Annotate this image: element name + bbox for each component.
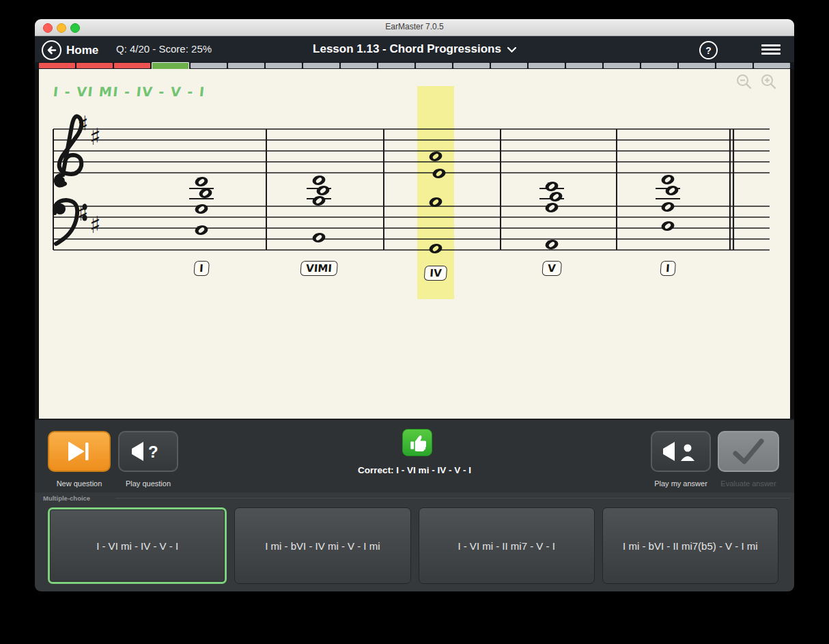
svg-text:♯: ♯	[89, 123, 100, 150]
whole-note	[194, 176, 208, 188]
play-question-label: Play question	[100, 479, 196, 488]
progression-annotation: I - VI MI - IV - V - I	[53, 84, 206, 99]
whole-note	[315, 185, 330, 197]
progress-segment-todo	[641, 63, 677, 68]
speaker-person-icon	[663, 442, 699, 461]
choice-button[interactable]: I - VI mi - II mi7 - V - I	[419, 507, 595, 584]
chord-degree-label: IV	[424, 266, 448, 281]
hamburger-icon	[761, 48, 781, 51]
control-bar: ? New question Play question Correct: I …	[35, 419, 794, 492]
progress-segment-todo	[491, 63, 527, 68]
whole-note	[544, 202, 559, 214]
chevron-down-icon[interactable]	[507, 43, 516, 55]
speaker-question-icon: ?	[132, 442, 165, 461]
multiple-choice-panel: Multiple-choice I - VI mi - IV - V - II …	[35, 492, 794, 591]
skip-forward-icon	[67, 442, 92, 461]
checkmark-icon	[731, 438, 765, 464]
whole-note	[660, 201, 675, 213]
zoom-in-button[interactable]	[760, 73, 778, 91]
question-icon: ?	[705, 45, 712, 56]
app-window: EarMaster 7.0.5 Home Q: 4/20 - Score: 25…	[35, 19, 794, 591]
whole-note	[660, 221, 675, 232]
progress-bar	[35, 62, 794, 69]
progress-segment-todo	[453, 63, 490, 68]
progress-segment-wrong	[114, 63, 150, 68]
choice-button[interactable]: I - VI mi - IV - V - I	[48, 507, 227, 584]
evaluate-answer-label: Evaluate answer	[701, 479, 794, 488]
menu-button[interactable]	[761, 44, 781, 55]
key-signature: ♯ ♯ ♯ ♯	[77, 111, 100, 238]
svg-text:♯: ♯	[89, 211, 100, 238]
evaluate-answer-button[interactable]	[718, 431, 779, 472]
staff-notation: ♯ ♯ ♯ ♯	[39, 69, 790, 419]
progress-segment-current	[152, 62, 189, 70]
svg-text:♯: ♯	[77, 111, 88, 138]
whole-note	[311, 195, 326, 207]
chord-degree-label: VIMI	[300, 261, 337, 276]
whole-note	[198, 188, 212, 199]
hamburger-icon	[761, 53, 781, 55]
thumbs-up-icon	[402, 429, 432, 456]
progress-segment-todo	[228, 63, 264, 68]
whole-note	[311, 175, 326, 186]
choice-button[interactable]: I mi - bVI - II mi7(b5) - V - I mi	[602, 507, 778, 584]
progress-segment-todo	[416, 63, 452, 68]
progress-segment-todo	[378, 63, 414, 68]
help-button[interactable]: ?	[699, 41, 718, 59]
chord-degree-label: V	[542, 261, 561, 276]
progress-segment-todo	[191, 63, 227, 68]
hamburger-icon	[761, 44, 781, 46]
whole-note	[544, 181, 559, 193]
progress-segment-todo	[529, 63, 565, 68]
progress-segment-todo	[754, 63, 790, 68]
progress-segment-todo	[679, 63, 715, 68]
svg-text:♯: ♯	[77, 199, 88, 226]
progress-segment-todo	[716, 63, 753, 68]
window-title: EarMaster 7.0.5	[35, 22, 794, 31]
whole-note	[311, 232, 326, 244]
whole-note	[548, 191, 563, 203]
zoom-out-button[interactable]	[735, 73, 753, 91]
whole-note	[664, 185, 679, 197]
progress-segment-todo	[566, 63, 602, 68]
progress-segment-todo	[604, 63, 640, 68]
progress-segment-wrong	[76, 63, 113, 68]
chord-degree-label: I	[193, 261, 209, 276]
header: Home Q: 4/20 - Score: 25% Lesson 1.13 - …	[35, 36, 794, 62]
progress-segment-todo	[303, 63, 339, 68]
multiple-choice-group-label: Multiple-choice	[43, 494, 90, 502]
whole-note	[194, 225, 208, 236]
progress-segment-todo	[341, 63, 377, 68]
lesson-title[interactable]: Lesson 1.13 - Chord Progressions	[313, 42, 501, 56]
choice-button[interactable]: I mi - bVI - IV mi - V - I mi	[234, 507, 410, 584]
whole-note	[660, 174, 675, 186]
whole-note	[544, 239, 559, 251]
progress-segment-wrong	[39, 63, 75, 68]
groupbox-divider	[115, 498, 790, 499]
whole-note	[194, 204, 208, 215]
chord-degree-label: I	[660, 261, 675, 276]
progress-segment-todo	[266, 63, 302, 68]
titlebar: EarMaster 7.0.5	[35, 19, 794, 36]
svg-text:?: ?	[148, 443, 158, 461]
play-my-answer-button[interactable]	[651, 431, 711, 472]
score-area: ♯ ♯ ♯ ♯ I - VI MI - IV - V - I IVIMIIVVI	[39, 69, 790, 419]
